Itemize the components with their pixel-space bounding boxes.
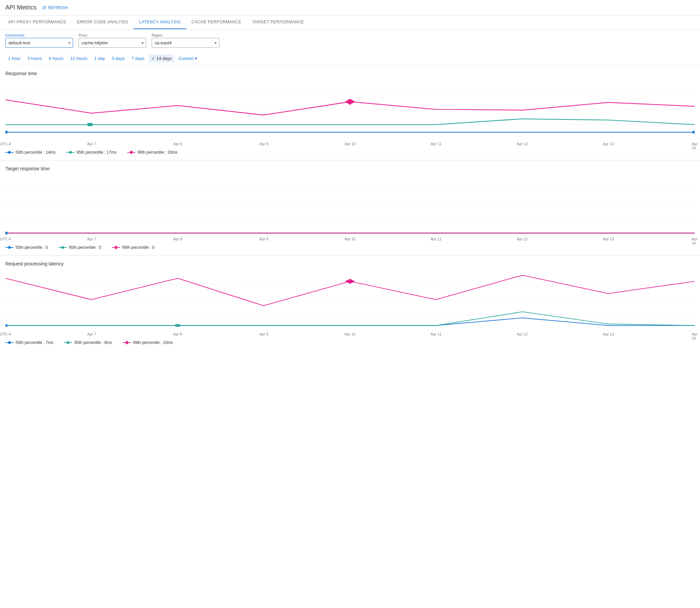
- x-label-apr9: Apr 9: [259, 142, 268, 146]
- req-legend-99th: 99th percentile : 10ms: [123, 340, 173, 345]
- refresh-icon: [42, 5, 47, 10]
- legend-99th-label: 99th percentile : 20ms: [137, 150, 177, 155]
- time-12hours[interactable]: 12 hours: [68, 55, 90, 62]
- svg-point-4: [692, 131, 695, 134]
- refresh-button[interactable]: REFRESH: [42, 5, 68, 10]
- x-label-apr7-r: Apr 7: [87, 332, 96, 336]
- x-label-apr10-t: Apr 10: [345, 237, 355, 241]
- tab-target[interactable]: TARGET PERFORMANCE: [247, 16, 309, 29]
- x-label-apr9-r: Apr 9: [259, 332, 268, 336]
- legend-99th: 99th percentile : 20ms: [127, 150, 177, 155]
- x-label-apr12-r: Apr 12: [517, 332, 528, 336]
- x-label-apr13-r: Apr 13: [603, 332, 614, 336]
- legend-50th: 50th percentile : 14ms: [5, 150, 56, 155]
- region-select[interactable]: us-east4: [152, 38, 219, 48]
- time-1day[interactable]: 1 day: [91, 55, 108, 62]
- x-label-apr9-t: Apr 9: [259, 237, 268, 241]
- proxy-select[interactable]: cache-httpbin: [78, 38, 146, 48]
- x-label-apr14: Apr 14: [692, 142, 697, 150]
- x-label-utc4-r: UTC-4: [0, 332, 11, 336]
- target-legend-95th-label: 95th percentile : 0: [69, 245, 101, 250]
- x-label-apr12-t: Apr 12: [517, 237, 528, 241]
- tab-api-proxy[interactable]: API PROXY PERFORMANCE: [3, 16, 72, 29]
- x-label-apr11: Apr 11: [431, 142, 441, 146]
- filters-row: Environment default-test Proxy cache-htt…: [0, 30, 700, 52]
- legend-95th-label: 95th percentile : 17ms: [76, 150, 116, 155]
- target-response-time-title: Target response time: [5, 166, 695, 171]
- time-14days[interactable]: ✓ 14 days: [149, 55, 175, 62]
- environment-select-wrapper: default-test: [5, 38, 73, 48]
- proxy-select-wrapper: cache-httpbin: [78, 38, 146, 48]
- response-time-title: Response time: [5, 71, 695, 76]
- page-header: API Metrics REFRESH: [0, 0, 700, 16]
- tab-latency[interactable]: LATENCY ANALYSIS: [134, 16, 186, 29]
- x-label-apr7-t: Apr 7: [87, 237, 96, 241]
- response-time-legend: 50th percentile : 14ms 95th percentile :…: [5, 149, 695, 157]
- x-label-apr10-r: Apr 10: [345, 332, 355, 336]
- time-1hour[interactable]: 1 hour: [5, 55, 23, 62]
- response-time-section: Response time: [0, 65, 700, 160]
- checkmark-icon: ✓: [151, 56, 155, 61]
- tab-error-code[interactable]: ERROR CODE ANALYSIS: [72, 16, 134, 29]
- svg-point-10: [5, 231, 8, 234]
- req-legend-99th-label: 99th percentile : 10ms: [133, 340, 173, 345]
- main-tabs: API PROXY PERFORMANCE ERROR CODE ANALYSI…: [0, 16, 700, 30]
- region-select-wrapper: us-east4: [152, 38, 219, 48]
- x-label-utc4-t: UTC-4: [0, 237, 11, 241]
- time-custom[interactable]: Custom ▾: [176, 55, 200, 62]
- x-label-apr12: Apr 12: [517, 142, 528, 146]
- x-label-apr14-t: Apr 14: [692, 237, 697, 245]
- x-label-apr13: Apr 13: [603, 142, 614, 146]
- target-legend-95th: 95th percentile : 0: [59, 245, 101, 250]
- x-label-apr10: Apr 10: [345, 142, 355, 146]
- svg-marker-6: [345, 99, 355, 105]
- x-label-apr8: Apr 8: [173, 142, 182, 146]
- response-time-svg: [5, 79, 695, 140]
- req-legend-50th-label: 50th percentile : 7ms: [16, 340, 53, 345]
- request-processing-title: Request processing latency: [5, 261, 695, 266]
- time-3hours[interactable]: 3 hours: [25, 55, 45, 62]
- target-response-time-svg: [5, 174, 695, 235]
- request-processing-svg: [5, 269, 695, 330]
- x-label-apr13-t: Apr 13: [603, 237, 614, 241]
- svg-point-3: [5, 131, 8, 134]
- request-processing-chart: [5, 269, 695, 330]
- legend-50th-label: 50th percentile : 14ms: [16, 150, 56, 155]
- request-processing-section: Request processing latency UTC-4: [0, 255, 700, 350]
- request-x-axis: UTC-4 Apr 7 Apr 8 Apr 9 Apr 10 Apr 11 Ap…: [5, 331, 695, 338]
- svg-rect-5: [87, 123, 92, 126]
- time-3days[interactable]: 3 days: [109, 55, 127, 62]
- environment-label: Environment: [5, 34, 73, 37]
- time-6hours[interactable]: 6 hours: [46, 55, 66, 62]
- charts-container: Response time: [0, 65, 700, 350]
- x-label-utc4: UTC-4: [0, 142, 11, 146]
- request-legend: 50th percentile : 7ms 95th percentile : …: [5, 339, 695, 348]
- target-response-time-section: Target response time UTC-4 Apr 7 Apr 8 A…: [0, 160, 700, 255]
- environment-filter: Environment default-test: [5, 34, 73, 48]
- svg-rect-15: [175, 324, 181, 327]
- x-label-apr8-t: Apr 8: [173, 237, 182, 241]
- target-legend-50th-label: 50th percentile : 0: [16, 245, 48, 250]
- time-7days[interactable]: 7 days: [129, 55, 147, 62]
- req-legend-50th: 50th percentile : 7ms: [5, 340, 53, 345]
- target-x-axis: UTC-4 Apr 7 Apr 8 Apr 9 Apr 10 Apr 11 Ap…: [5, 236, 695, 242]
- x-label-apr11-t: Apr 11: [431, 237, 441, 241]
- environment-select[interactable]: default-test: [5, 38, 73, 48]
- refresh-label: REFRESH: [48, 5, 68, 10]
- response-time-x-axis: UTC-4 Apr 7 Apr 8 Apr 9 Apr 10 Apr 11 Ap…: [5, 141, 695, 147]
- legend-95th: 95th percentile : 17ms: [67, 150, 116, 155]
- svg-point-14: [5, 324, 8, 327]
- target-response-time-chart: [5, 174, 695, 235]
- req-legend-95th: 95th percentile : 8ms: [64, 340, 112, 345]
- x-label-apr7: Apr 7: [87, 142, 96, 146]
- req-legend-95th-label: 95th percentile : 8ms: [74, 340, 112, 345]
- target-legend-50th: 50th percentile : 0: [5, 245, 48, 250]
- target-legend-99th: 99th percentile : 0: [112, 245, 154, 250]
- target-legend: 50th percentile : 0 95th percentile : 0 …: [5, 244, 695, 252]
- tab-cache[interactable]: CACHE PERFORMANCE: [186, 16, 247, 29]
- proxy-label: Proxy: [78, 34, 146, 37]
- page-title: API Metrics: [5, 4, 37, 11]
- svg-marker-16: [345, 279, 355, 284]
- x-label-apr11-r: Apr 11: [431, 332, 441, 336]
- x-label-apr8-r: Apr 8: [173, 332, 182, 336]
